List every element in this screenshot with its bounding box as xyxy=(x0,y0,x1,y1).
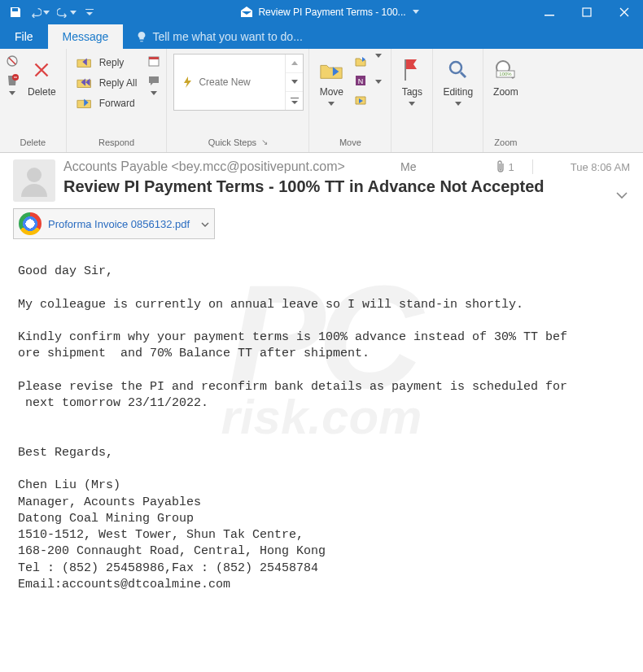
attachment-filename: Proforma Invoice 0856132.pdf xyxy=(48,218,190,230)
onenote-icon: N xyxy=(354,74,367,87)
meeting-icon xyxy=(147,55,160,68)
flag-icon xyxy=(401,58,422,82)
paperclip-icon xyxy=(496,160,505,173)
actions-dropdown[interactable] xyxy=(370,78,387,86)
find-icon xyxy=(447,59,470,81)
attachment-dropdown[interactable] xyxy=(201,218,209,230)
date-field: Tue 8:06 AM xyxy=(571,161,630,173)
tags-button[interactable]: Tags xyxy=(395,52,429,111)
caret-down-icon xyxy=(375,54,382,59)
editing-button[interactable]: Editing xyxy=(436,52,479,111)
caret-down-icon xyxy=(375,80,382,85)
svg-text:N: N xyxy=(358,77,364,85)
caret-up-icon xyxy=(291,61,298,66)
onenote-button[interactable]: N xyxy=(352,72,370,89)
actions-icon xyxy=(354,94,367,107)
delete-button[interactable]: Delete xyxy=(21,52,63,99)
expand-icon xyxy=(291,98,299,104)
minimize-icon xyxy=(545,7,554,17)
caret-down-icon xyxy=(9,91,15,96)
reply-all-button[interactable]: Reply All xyxy=(72,74,142,92)
zoom-icon: 100% xyxy=(493,58,518,82)
chevron-down-icon xyxy=(201,221,209,228)
quicksteps-down[interactable] xyxy=(286,73,303,92)
ribbon-group-quicksteps: Create New Quick Steps ↘ xyxy=(167,49,309,152)
meeting-button[interactable] xyxy=(145,52,163,70)
more-respond-dropdown[interactable] xyxy=(145,89,163,98)
group-label: Respond xyxy=(70,134,164,152)
from-field: Accounts Payable <bey.mcc@positivepunt.c… xyxy=(63,159,391,174)
quicksteps-up[interactable] xyxy=(286,55,303,73)
attachments-area: Proforma Invoice 0856132.pdf xyxy=(0,203,643,241)
attachment-chip[interactable]: Proforma Invoice 0856132.pdf xyxy=(13,208,215,239)
message-body: Good day Sir, My colleague is currently … xyxy=(0,241,643,609)
maximize-button[interactable] xyxy=(568,0,606,24)
quickstep-create-new[interactable]: Create New xyxy=(174,55,285,110)
reply-all-icon xyxy=(77,76,94,89)
minimize-button[interactable] xyxy=(531,0,568,24)
group-label: Quick Steps ↘ xyxy=(170,134,305,152)
maximize-icon xyxy=(582,7,592,17)
subject: Review PI Payment Terms - 100% TT in Adv… xyxy=(63,177,630,196)
junk-button[interactable] xyxy=(3,72,21,89)
to-field: Me xyxy=(400,160,416,173)
junk-icon xyxy=(6,74,19,87)
avatar xyxy=(13,159,55,202)
ribbon-group-tags: Tags Tags xyxy=(391,49,433,152)
close-button[interactable] xyxy=(606,0,643,24)
svg-rect-0 xyxy=(545,15,554,16)
reply-button[interactable]: Reply xyxy=(72,54,142,72)
tab-message[interactable]: Message xyxy=(48,24,124,49)
svg-rect-5 xyxy=(149,57,159,59)
zoom-button[interactable]: 100% Zoom xyxy=(487,52,525,99)
collapse-header-button[interactable] xyxy=(615,189,628,203)
caret-down-icon xyxy=(43,9,50,15)
ribbon: Delete Delete Reply Reply All Forward xyxy=(0,49,643,153)
svg-rect-8 xyxy=(405,59,406,81)
caret-down-icon xyxy=(455,102,461,107)
rules-button[interactable] xyxy=(352,52,370,70)
dialog-launcher-icon[interactable]: ↘ xyxy=(261,137,268,147)
svg-point-9 xyxy=(450,62,461,73)
title-dropdown-icon[interactable] xyxy=(411,9,421,15)
quicksteps-scroll xyxy=(285,55,303,110)
titlebar: Review PI Payment Terms - 100... xyxy=(0,0,643,24)
undo-icon xyxy=(30,7,42,18)
mail-open-icon xyxy=(240,7,253,18)
svg-rect-1 xyxy=(583,8,591,16)
forward-button[interactable]: Forward xyxy=(72,94,142,112)
group-label: Zoom xyxy=(487,134,525,152)
save-button[interactable] xyxy=(3,2,28,23)
chevron-down-icon xyxy=(615,190,628,200)
ignore-button[interactable] xyxy=(3,52,21,70)
rules-icon xyxy=(354,55,367,68)
actions-button[interactable] xyxy=(352,91,370,109)
group-label: Delete xyxy=(3,134,63,152)
save-icon xyxy=(9,6,22,19)
qat-dropdown-icon[interactable] xyxy=(81,7,98,18)
move-folder-icon xyxy=(319,59,343,81)
delete-icon xyxy=(29,58,54,82)
quicksteps-expand[interactable] xyxy=(286,92,303,110)
more-respond-button[interactable] xyxy=(145,72,163,89)
lightbulb-icon xyxy=(136,31,147,42)
reply-icon xyxy=(77,56,94,69)
ignore-icon xyxy=(6,55,19,68)
tellme-search[interactable]: Tell me what you want to do... xyxy=(123,24,302,49)
ribbon-group-zoom: 100% Zoom Zoom xyxy=(483,49,528,152)
group-label: Move xyxy=(313,134,387,152)
person-icon xyxy=(16,163,52,199)
ribbon-group-respond: Reply Reply All Forward xyxy=(67,49,168,152)
svg-text:100%: 100% xyxy=(500,72,513,76)
svg-point-13 xyxy=(27,168,42,182)
caret-down-icon xyxy=(70,9,77,15)
separator xyxy=(532,159,533,174)
move-button[interactable]: Move xyxy=(313,52,350,111)
redo-button[interactable] xyxy=(52,2,81,23)
undo-button[interactable] xyxy=(28,2,52,23)
junk-dropdown[interactable] xyxy=(3,89,21,98)
tab-file[interactable]: File xyxy=(0,24,48,49)
caret-down-icon xyxy=(291,80,298,85)
redo-icon xyxy=(57,7,68,18)
rules-dropdown[interactable] xyxy=(370,52,387,60)
